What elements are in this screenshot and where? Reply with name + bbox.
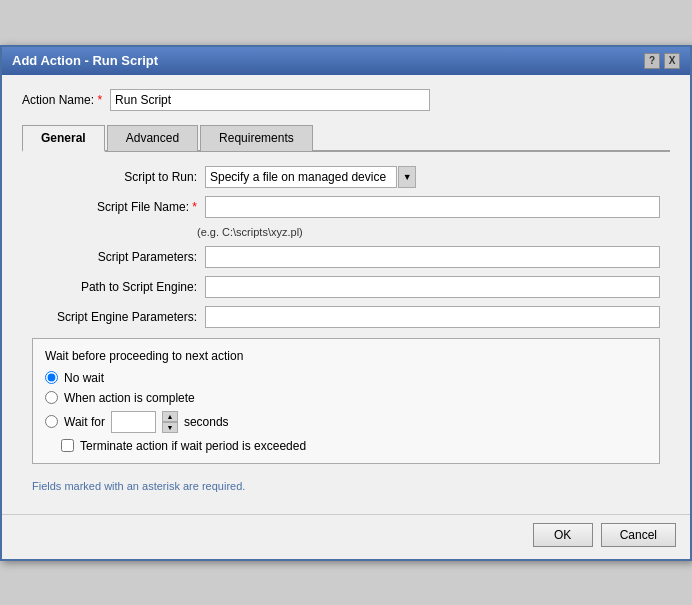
tab-advanced[interactable]: Advanced: [107, 125, 198, 152]
no-wait-label[interactable]: No wait: [64, 371, 104, 385]
no-wait-radio[interactable]: [45, 371, 58, 384]
help-button[interactable]: ?: [644, 53, 660, 69]
file-name-hint: (e.g. C:\scripts\xyz.pl): [197, 226, 303, 238]
required-marker: *: [97, 93, 102, 107]
footer-note: Fields marked with an asterisk are requi…: [32, 480, 660, 500]
path-to-script-engine-label: Path to Script Engine:: [32, 280, 197, 294]
cancel-button[interactable]: Cancel: [601, 523, 676, 547]
terminate-row: Terminate action if wait period is excee…: [61, 439, 647, 453]
close-button[interactable]: X: [664, 53, 680, 69]
spinner-up-button[interactable]: ▲: [162, 411, 178, 422]
script-parameters-row: Script Parameters:: [32, 246, 660, 268]
script-to-run-select[interactable]: Specify a file on managed device ▼: [205, 166, 416, 188]
wait-section-title: Wait before proceeding to next action: [45, 349, 647, 363]
script-file-name-input[interactable]: [205, 196, 660, 218]
select-box: Specify a file on managed device: [205, 166, 397, 188]
when-complete-row: When action is complete: [45, 391, 647, 405]
title-bar: Add Action - Run Script ? X: [2, 47, 690, 75]
spinner-down-button[interactable]: ▼: [162, 422, 178, 433]
path-to-script-engine-input[interactable]: [205, 276, 660, 298]
tabs: General Advanced Requirements: [22, 123, 670, 152]
when-complete-label[interactable]: When action is complete: [64, 391, 195, 405]
script-parameters-input[interactable]: [205, 246, 660, 268]
wait-section: Wait before proceeding to next action No…: [32, 338, 660, 464]
script-parameters-label: Script Parameters:: [32, 250, 197, 264]
dialog-container: Add Action - Run Script ? X Action Name:…: [0, 45, 692, 561]
script-engine-parameters-label: Script Engine Parameters:: [32, 310, 197, 324]
script-to-run-label: Script to Run:: [32, 170, 197, 184]
script-engine-parameters-row: Script Engine Parameters:: [32, 306, 660, 328]
file-name-required: *: [192, 200, 197, 214]
tab-requirements[interactable]: Requirements: [200, 125, 313, 152]
wait-for-spinner: ▲ ▼: [162, 411, 178, 433]
wait-for-radio[interactable]: [45, 415, 58, 428]
dialog-footer: OK Cancel: [2, 514, 690, 559]
form-area: Script to Run: Specify a file on managed…: [22, 166, 670, 500]
script-file-name-label: Script File Name: *: [32, 200, 197, 214]
action-name-row: Action Name: *: [22, 89, 670, 111]
action-name-input[interactable]: [110, 89, 430, 111]
wait-for-seconds-input[interactable]: [111, 411, 156, 433]
action-name-label: Action Name: *: [22, 93, 102, 107]
hint-row: (e.g. C:\scripts\xyz.pl): [32, 226, 660, 238]
terminate-label[interactable]: Terminate action if wait period is excee…: [80, 439, 306, 453]
ok-button[interactable]: OK: [533, 523, 593, 547]
dialog-body: Action Name: * General Advanced Requirem…: [2, 75, 690, 514]
path-to-script-engine-row: Path to Script Engine:: [32, 276, 660, 298]
script-to-run-row: Script to Run: Specify a file on managed…: [32, 166, 660, 188]
script-engine-parameters-input[interactable]: [205, 306, 660, 328]
wait-for-label[interactable]: Wait for: [64, 415, 105, 429]
dialog-title: Add Action - Run Script: [12, 53, 158, 68]
seconds-label: seconds: [184, 415, 229, 429]
terminate-checkbox[interactable]: [61, 439, 74, 452]
no-wait-row: No wait: [45, 371, 647, 385]
title-bar-buttons: ? X: [644, 53, 680, 69]
script-file-name-row: Script File Name: *: [32, 196, 660, 218]
select-dropdown-button[interactable]: ▼: [398, 166, 416, 188]
wait-for-row: Wait for ▲ ▼ seconds: [45, 411, 647, 433]
when-complete-radio[interactable]: [45, 391, 58, 404]
select-value: Specify a file on managed device: [210, 170, 392, 184]
tab-general[interactable]: General: [22, 125, 105, 152]
